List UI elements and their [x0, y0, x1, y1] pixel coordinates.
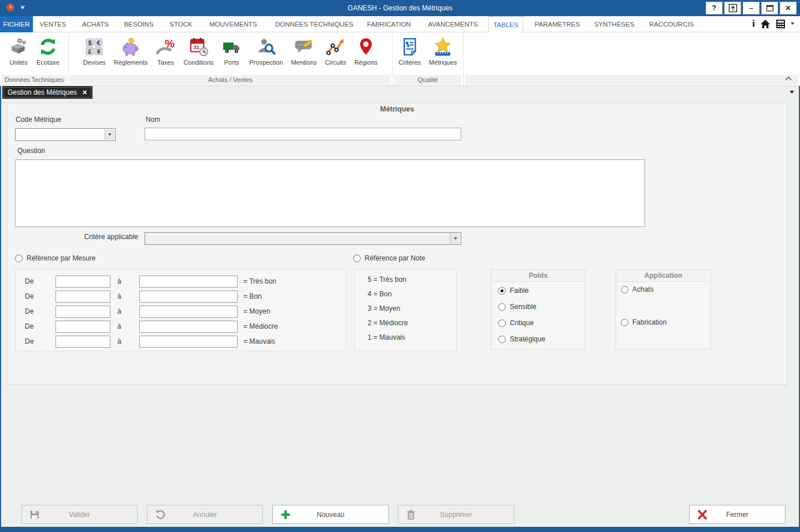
critere-applicable-label: Critère applicable: [59, 233, 138, 241]
window-bottom-border: [0, 527, 800, 532]
maximize-icon: [765, 3, 775, 13]
maximize-button[interactable]: [761, 2, 778, 14]
valider-button[interactable]: Valider: [21, 505, 138, 524]
mesure-eq-label: = Bon: [243, 292, 262, 300]
radio-circle: [498, 319, 506, 327]
question-label: Question: [17, 147, 45, 155]
recycle-icon: [38, 36, 58, 58]
radio-circle: [621, 286, 628, 293]
person-search-icon: [257, 36, 276, 58]
ribbon-button-prospection[interactable]: Prospection: [246, 34, 287, 67]
fermer-button[interactable]: Fermer: [689, 505, 786, 524]
document-tab-gestion-metriques[interactable]: Gestion des Métriques ✕: [2, 86, 92, 99]
ribbon-button-conditions[interactable]: 31 Conditions: [180, 34, 218, 67]
ribbon-button-ecotaxe[interactable]: Ecotaxe: [32, 34, 64, 67]
calendar-clock-icon: 31: [189, 36, 209, 58]
tab-list-caret-icon[interactable]: [790, 91, 794, 94]
ribbon-button-circuits[interactable]: Circuits: [321, 34, 350, 67]
mesure-de-input-4[interactable]: [55, 321, 110, 333]
note-scale-box: 5 = Très bon 4 = Bon 3 = Moyen 2 = Médio…: [354, 269, 457, 351]
mesure-de-input-2[interactable]: [55, 291, 110, 303]
info-icon[interactable]: i: [752, 18, 755, 29]
home-icon[interactable]: [760, 18, 771, 29]
menu-tab-achats[interactable]: ACHATS: [79, 16, 112, 32]
ribbon-button-taxes[interactable]: % Taxes: [152, 34, 180, 67]
application-radio-achats[interactable]: Achats: [621, 285, 654, 293]
svg-text:€: €: [97, 39, 101, 46]
mesure-a-input-1[interactable]: [139, 276, 238, 288]
svg-text:31: 31: [193, 44, 199, 50]
minimize-button[interactable]: –: [743, 2, 760, 14]
note-scale-item: 3 = Moyen: [368, 304, 400, 312]
menu-tab-fichier[interactable]: FICHIER: [0, 16, 33, 32]
ribbon-button-ports[interactable]: Ports: [218, 34, 246, 67]
mesure-de-input-3[interactable]: [55, 306, 110, 318]
menu-tab-tables[interactable]: TABLES: [488, 16, 523, 33]
ribbon-button-mentions[interactable]: Mentions: [287, 34, 321, 67]
ribbon-button-reglements[interactable]: Règlements: [110, 34, 152, 67]
close-button[interactable]: ✕: [780, 2, 797, 14]
mesure-de-input-5[interactable]: [55, 336, 110, 348]
ribbon-button-unites[interactable]: Unités: [5, 34, 32, 67]
application-group: Application Achats Fabrication: [616, 269, 711, 349]
form-title: Métriques: [8, 105, 787, 113]
tab-close-icon[interactable]: ✕: [82, 89, 87, 96]
menu-tab-parametres[interactable]: PARAMÈTRES: [535, 16, 579, 32]
menu-tab-raccourcis[interactable]: RACCOURCIS: [649, 16, 691, 32]
nom-input[interactable]: [145, 128, 461, 140]
truck-icon: [222, 36, 242, 58]
poids-radio-critique[interactable]: Critique: [498, 319, 534, 327]
menu-tab-stock[interactable]: STOCK: [167, 16, 195, 32]
critere-applicable-combobox[interactable]: [145, 232, 461, 245]
nouveau-button[interactable]: Nouveau: [272, 505, 389, 524]
code-metrique-combobox[interactable]: [15, 128, 116, 141]
mesure-de-input-1[interactable]: [55, 276, 110, 288]
reference-par-note-radio[interactable]: Référence par Note: [353, 254, 425, 262]
menu-tab-mouvements[interactable]: MOUVEMENTS: [208, 16, 259, 32]
mesure-a-input-5[interactable]: [139, 336, 238, 348]
annuler-button[interactable]: Annuler: [147, 505, 263, 524]
piggy-bank-icon: [121, 36, 140, 58]
question-textarea[interactable]: [15, 159, 645, 227]
radio-circle: [15, 255, 23, 262]
calculator-grid-icon[interactable]: [776, 18, 786, 29]
menu-tab-syntheses[interactable]: SYNTHÈSES: [592, 16, 636, 32]
dropdown-arrow-icon[interactable]: [105, 129, 114, 140]
document-tab-label: Gestion des Métriques: [8, 88, 77, 96]
mesure-a-input-3[interactable]: [139, 306, 238, 318]
svg-text:¥: ¥: [97, 48, 101, 55]
trash-icon: [406, 509, 416, 520]
application-radio-fabrication[interactable]: Fabrication: [621, 318, 666, 326]
poids-radio-strategique[interactable]: Stratégique: [498, 335, 545, 343]
help-button[interactable]: ?: [706, 2, 723, 14]
save-icon: [29, 509, 40, 520]
menu-tab-fabrication[interactable]: FABRICATION: [366, 16, 412, 32]
mesure-a-input-2[interactable]: [139, 291, 238, 303]
criteria-document-icon: [400, 36, 420, 58]
menu-tab-besoins[interactable]: BESOINS: [123, 16, 155, 32]
ribbon-button-regions[interactable]: Régions: [350, 34, 382, 67]
ribbon-button-devises[interactable]: $€£¥ Devises: [79, 34, 110, 67]
mesure-a-input-4[interactable]: [139, 321, 238, 333]
window-title: GANESH - Gestion des Métriques: [0, 0, 800, 16]
ribbon-group-label: Achats / Ventes: [71, 75, 390, 85]
poids-group-title: Poids: [491, 270, 585, 282]
note-scale-item: 1 = Mauvais: [368, 333, 405, 341]
dropdown-arrow-icon[interactable]: [450, 233, 460, 244]
menu-tab-donnees-techniques[interactable]: DONNÉES TECHNIQUES: [275, 16, 348, 32]
ribbon-filler: [464, 32, 800, 85]
poids-radio-sensible[interactable]: Sensible: [498, 303, 536, 311]
mesure-eq-label: = Moyen: [243, 307, 270, 315]
poids-radio-faible[interactable]: Faible: [498, 287, 529, 295]
ribbon-pin-button[interactable]: [724, 2, 741, 14]
percent-hand-icon: %: [156, 36, 176, 58]
ribbon-collapse-chevron-icon[interactable]: [785, 73, 792, 83]
ribbon-button-criteres[interactable]: Critères: [395, 34, 425, 67]
menu-tab-ventes[interactable]: VENTES: [37, 16, 69, 32]
menu-tab-avancements[interactable]: AVANCEMENTS: [428, 16, 478, 32]
supprimer-button[interactable]: Supprimer: [398, 505, 514, 524]
grid-dropdown-caret-icon[interactable]: [791, 23, 794, 25]
menu-bar: FICHIER VENTES ACHATS BESOINS STOCK MOUV…: [0, 16, 800, 32]
ribbon-button-metriques[interactable]: Métriques: [425, 34, 461, 67]
reference-par-mesure-radio[interactable]: Référence par Mesure: [15, 254, 95, 262]
